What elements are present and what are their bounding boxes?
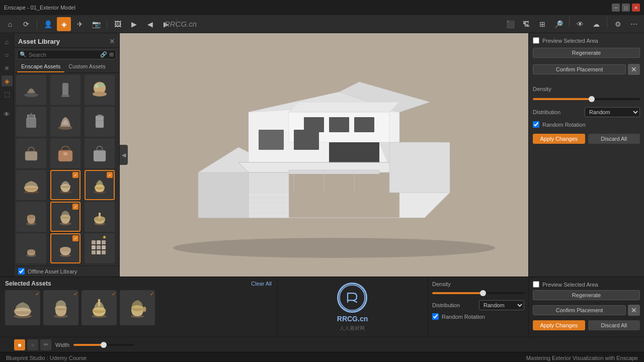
list-item[interactable] bbox=[50, 75, 80, 105]
toolbar-icon2[interactable]: 🏗 bbox=[519, 17, 533, 31]
width-label: Width bbox=[55, 342, 69, 348]
selected-thumb-3[interactable]: ✓ bbox=[82, 290, 117, 325]
svg-rect-78 bbox=[294, 130, 319, 150]
toolbar-icon1[interactable]: ⬛ bbox=[503, 17, 517, 31]
svg-point-33 bbox=[60, 247, 71, 252]
distribution-select[interactable]: Random Grid Clustered bbox=[585, 107, 640, 117]
toolbar-nav-left[interactable]: ◀ bbox=[143, 17, 157, 31]
left-icon-home[interactable]: ⌂ bbox=[2, 36, 13, 47]
bottom-density-thumb[interactable] bbox=[480, 290, 486, 296]
bottom-confirm-close-button[interactable]: ✕ bbox=[628, 305, 640, 316]
density-label: Density bbox=[533, 86, 551, 92]
density-slider[interactable] bbox=[533, 98, 640, 100]
list-item[interactable] bbox=[16, 138, 46, 168]
toolbar-camera[interactable]: 📷 bbox=[89, 17, 103, 31]
preview-checkbox[interactable] bbox=[533, 37, 539, 44]
left-icon-circle[interactable]: ○ bbox=[2, 49, 13, 60]
list-item[interactable] bbox=[16, 265, 46, 265]
list-item[interactable] bbox=[16, 107, 46, 137]
list-item[interactable] bbox=[16, 75, 46, 105]
tool-square[interactable]: ■ bbox=[14, 339, 25, 350]
offline-bar: Offline Asset Library bbox=[14, 265, 119, 277]
toolbar-icon4[interactable]: 🔎 bbox=[551, 17, 566, 31]
minimize-button[interactable]: ─ bbox=[612, 4, 620, 12]
tab-custom-assets[interactable]: Custom Assets bbox=[64, 61, 109, 72]
toolbar-render[interactable]: ▶ bbox=[127, 17, 141, 31]
list-item[interactable] bbox=[85, 75, 115, 105]
bottom-tool-icons: ■ ○ ✏ bbox=[14, 339, 51, 350]
bottom-random-rotation-checkbox[interactable] bbox=[432, 313, 439, 320]
selected-thumb-4[interactable]: ✓ bbox=[120, 290, 155, 325]
collapse-panel-button[interactable]: ◀ bbox=[120, 145, 128, 165]
clear-all-button[interactable]: Clear All bbox=[251, 281, 272, 287]
maximize-button[interactable]: □ bbox=[622, 4, 630, 12]
regenerate-button[interactable]: Regenerate bbox=[533, 48, 640, 58]
list-item[interactable] bbox=[85, 202, 115, 232]
preview-area-row: Preview Selected Area bbox=[533, 37, 640, 44]
confirm-placement-button[interactable]: Confirm Placement bbox=[533, 64, 626, 74]
svg-marker-73 bbox=[289, 102, 399, 112]
selected-thumb-2[interactable]: ✓ bbox=[43, 290, 78, 325]
list-item[interactable] bbox=[16, 202, 46, 232]
tool-pen[interactable]: ✏ bbox=[40, 339, 51, 350]
confirm-close-button[interactable]: ✕ bbox=[628, 64, 640, 75]
toolbar-icon6[interactable]: ☁ bbox=[589, 17, 603, 31]
toolbar-home[interactable]: ⌂ bbox=[3, 17, 17, 31]
list-item[interactable] bbox=[50, 138, 80, 168]
toolbar-settings[interactable]: ⚙ bbox=[611, 17, 625, 31]
bottom-preview-checkbox[interactable] bbox=[533, 281, 539, 288]
list-item[interactable] bbox=[16, 233, 46, 263]
svg-rect-40 bbox=[92, 250, 96, 254]
list-item[interactable]: ✓ bbox=[50, 202, 80, 232]
offline-checkbox[interactable] bbox=[18, 268, 25, 275]
search-grid-icon[interactable]: ⊞ bbox=[109, 51, 114, 58]
viewport[interactable]: ◀ bbox=[120, 33, 528, 277]
svg-rect-39 bbox=[102, 245, 106, 249]
toolbar-icon5[interactable]: 👁 bbox=[573, 17, 587, 31]
toolbar-icon3[interactable]: ⊞ bbox=[535, 17, 549, 31]
left-icon-eye[interactable]: 👁 bbox=[2, 109, 13, 120]
list-item[interactable]: ★ bbox=[85, 233, 115, 263]
left-icon-asset[interactable]: ◈ bbox=[2, 75, 13, 86]
list-item[interactable] bbox=[85, 107, 115, 137]
toolbar-asset[interactable]: ◈ bbox=[57, 17, 71, 31]
apply-changes-button[interactable]: Apply Changes bbox=[533, 134, 585, 144]
panel-close-button[interactable]: ✕ bbox=[109, 37, 115, 45]
bottom-confirm-button[interactable]: Confirm Placement bbox=[533, 305, 626, 315]
bottom-apply-button[interactable]: Apply Changes bbox=[533, 320, 585, 330]
width-slider-thumb[interactable] bbox=[101, 342, 107, 348]
toolbar-nav-right[interactable]: ▶ bbox=[159, 17, 173, 31]
close-button[interactable]: ✕ bbox=[632, 4, 640, 12]
random-rotation-checkbox[interactable] bbox=[533, 121, 539, 128]
toolbar-orbit[interactable]: ⟳ bbox=[19, 17, 33, 31]
list-item[interactable] bbox=[50, 107, 80, 137]
search-input[interactable] bbox=[29, 52, 98, 58]
list-item[interactable]: ✓ bbox=[50, 170, 80, 200]
left-icon-list[interactable]: ≡ bbox=[2, 62, 13, 73]
list-item[interactable] bbox=[50, 265, 80, 265]
toolbar-more[interactable]: ⋯ bbox=[627, 17, 641, 31]
tab-enscape-assets[interactable]: Enscape Assets bbox=[17, 61, 64, 72]
asset-search-bar[interactable]: 🔍 🔗 ⊞ bbox=[17, 50, 116, 59]
bottom-distribution-select[interactable]: Random Grid Clustered bbox=[479, 300, 524, 310]
toolbar-screenshot[interactable]: 🖼 bbox=[111, 17, 125, 31]
discard-all-button[interactable]: Discard All bbox=[588, 134, 640, 144]
toolbar-walk[interactable]: 👤 bbox=[41, 17, 55, 31]
list-item[interactable] bbox=[85, 265, 115, 265]
toolbar-fly[interactable]: ✈ bbox=[73, 17, 87, 31]
left-icon-square[interactable]: ⬚ bbox=[2, 88, 13, 100]
list-item[interactable] bbox=[16, 170, 46, 200]
bottom-regenerate-button[interactable]: Regenerate bbox=[533, 290, 640, 300]
bottom-discard-button[interactable]: Discard All bbox=[588, 320, 640, 330]
list-item[interactable]: ✓ bbox=[85, 170, 115, 200]
selected-thumb-1[interactable]: ✓ bbox=[5, 290, 40, 325]
bottom-density-fill bbox=[432, 292, 483, 294]
list-item[interactable] bbox=[85, 138, 115, 168]
tool-circle[interactable]: ○ bbox=[27, 339, 38, 350]
favorite-star: ★ bbox=[102, 234, 107, 240]
list-item[interactable]: ✓ bbox=[50, 233, 80, 263]
width-slider[interactable] bbox=[73, 344, 134, 346]
density-thumb[interactable] bbox=[589, 96, 595, 102]
search-link-icon[interactable]: 🔗 bbox=[100, 51, 107, 58]
bottom-density-slider[interactable] bbox=[432, 292, 524, 294]
